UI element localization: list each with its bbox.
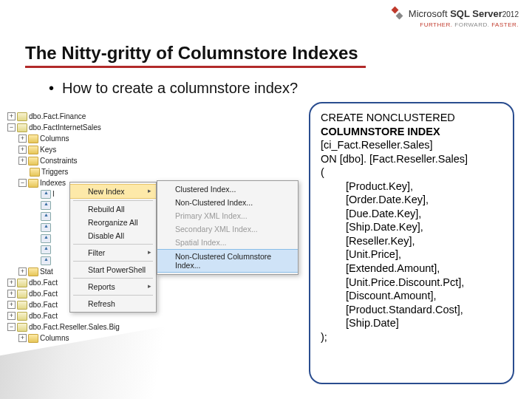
slide-title: The Nitty-gritty of Columnstore Indexes bbox=[25, 43, 366, 68]
submenu-secondary-xml: Secondary XML Index... bbox=[157, 222, 298, 236]
context-menu: New Index Rebuild All Reorganize All Dis… bbox=[69, 182, 157, 313]
submenu-spatial: Spatial Index... bbox=[157, 236, 298, 249]
submenu-clustered[interactable]: Clustered Index... bbox=[157, 183, 298, 196]
slide-bullet: How to create a columnstore index? bbox=[62, 80, 298, 97]
submenu-columnstore[interactable]: Non-Clustered Columnstore Index... bbox=[157, 249, 298, 273]
new-index-submenu: Clustered Index... Non-Clustered Index..… bbox=[157, 180, 299, 275]
menu-rebuild-all[interactable]: Rebuild All bbox=[70, 202, 156, 216]
menu-reorganize-all[interactable]: Reorganize All bbox=[70, 216, 156, 229]
menu-new-index[interactable]: New Index bbox=[70, 184, 156, 199]
submenu-nonclustered[interactable]: Non-Clustered Index... bbox=[157, 196, 298, 209]
submenu-primary-xml: Primary XML Index... bbox=[157, 209, 298, 222]
sql-code-box: CREATE NONCLUSTERED COLUMNSTORE INDEX [c… bbox=[309, 102, 514, 384]
menu-filter[interactable]: Filter bbox=[70, 246, 156, 259]
menu-disable-all[interactable]: Disable All bbox=[70, 229, 156, 242]
menu-reports[interactable]: Reports bbox=[70, 280, 156, 293]
cube-icon bbox=[388, 6, 406, 22]
brand-logo: Microsoft SQL Server2012 FURTHER. FORWAR… bbox=[388, 6, 519, 29]
menu-start-powershell[interactable]: Start PowerShell bbox=[70, 263, 156, 276]
menu-refresh[interactable]: Refresh bbox=[70, 297, 156, 310]
